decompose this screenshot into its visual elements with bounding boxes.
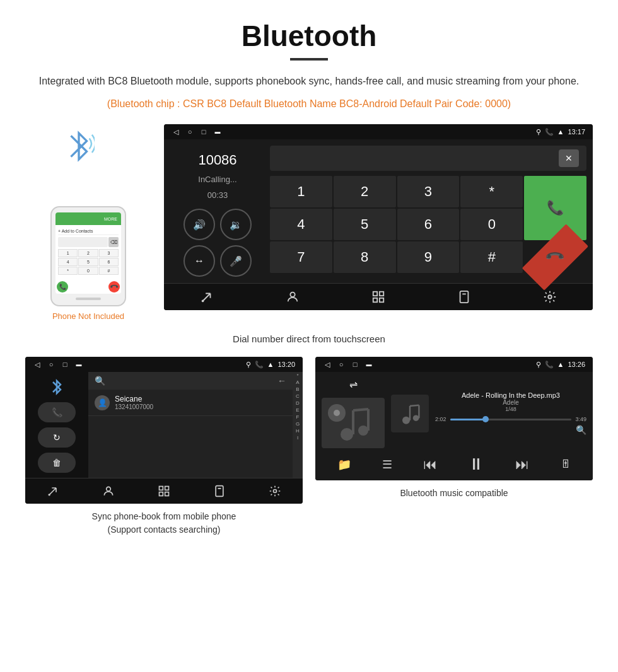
pb-recent-icon[interactable]: □ [61,360,69,369]
key-9[interactable]: 9 [397,241,460,273]
pb-delete-btn[interactable]: 🗑 [38,453,76,473]
key-hash[interactable]: # [460,241,523,273]
phone-key-hash[interactable]: # [99,267,119,275]
svg-rect-4 [373,298,377,302]
music-home-icon[interactable]: ○ [337,360,346,369]
music-phone-icon: 📞 [545,361,554,369]
back-nav-icon[interactable]: ◁ [172,127,180,136]
svg-rect-3 [380,292,383,296]
home-nav-icon[interactable]: ○ [185,127,194,136]
disc-center [334,410,340,416]
contact-list: 🔍 ← 👤 Seicane 13241007000 [88,372,293,478]
pb-nav-phone-out[interactable] [213,485,226,497]
nav-contacts[interactable] [286,290,300,304]
folder-btn[interactable]: 📁 [337,458,351,472]
phone-key-6[interactable]: 6 [99,258,119,266]
nav-phone-out[interactable] [457,290,471,304]
bottom-nav-dial [164,283,593,310]
pb-phone-btn[interactable]: 📞 [38,402,76,422]
key-5[interactable]: 5 [334,209,396,240]
phone-screen-body: + Add to Contacts ⌫ 1 2 3 4 5 6 * [55,225,121,277]
volume-down-btn[interactable]: 🔉 [220,209,252,240]
alpha-i[interactable]: I [293,434,303,441]
alpha-b[interactable]: B [293,386,303,393]
transfer-btn[interactable]: ↔ [184,245,215,277]
alpha-e[interactable]: E [293,407,303,414]
music-artwork-small [391,395,429,432]
svg-line-23 [353,409,368,410]
key-4[interactable]: 4 [270,209,332,240]
song-title: Adele - Rolling In the Deep.mp3 [435,391,586,399]
alpha-c[interactable]: C [293,393,303,400]
call-btn-row-2: ↔ 🎤 [184,245,252,277]
pb-nav-contacts[interactable] [102,485,115,497]
alpha-a[interactable]: A [293,379,303,386]
svg-rect-13 [165,487,169,490]
nav-call-transfer[interactable] [200,290,214,304]
music-search-btn[interactable]: 🔍 [435,425,586,435]
pb-nav-grid[interactable] [158,485,170,497]
recent-nav-icon[interactable]: □ [199,127,208,136]
music-location-icon: ⚲ [536,361,541,369]
search-back-arrow[interactable]: ← [277,376,286,386]
pb-nav-settings[interactable] [269,485,281,497]
dial-caption: Dial number direct from touchscreen [25,333,593,344]
alpha-star[interactable]: * [293,372,303,379]
mute-btn[interactable]: 🎤 [220,245,252,277]
progress-bar[interactable] [450,419,572,420]
orange-info: (Bluetooth chip : CSR BC8 Default Blueto… [25,96,593,112]
alpha-f[interactable]: F [293,414,303,420]
phone-header-text: MORE [104,217,117,221]
alpha-h[interactable]: H [293,427,303,434]
pb-nav-call[interactable] [47,485,59,497]
keypad-delete-btn[interactable]: ✕ [559,149,579,167]
play-pause-btn[interactable]: ⏸ [468,455,484,474]
phone-key-4[interactable]: 4 [58,258,78,266]
list-btn[interactable]: ☰ [382,458,392,472]
volume-up-btn[interactable]: 🔊 [184,209,215,240]
bluetooth-icon [63,124,95,168]
shuffle-icon[interactable]: ⇌ [349,378,358,390]
key-0[interactable]: 0 [460,209,523,240]
prev-btn[interactable]: ⏮ [423,456,437,473]
music-wifi-icon: ▲ [557,361,564,368]
phonebook-sidebar: 📞 ↻ 🗑 [25,372,88,478]
alpha-g[interactable]: G [293,420,303,427]
music-back-icon[interactable]: ◁ [323,360,332,369]
eq-btn[interactable]: 🎚 [560,458,571,471]
phone-key-2[interactable]: 2 [78,249,98,257]
pb-refresh-btn[interactable]: ↻ [38,427,76,448]
phone-key-1[interactable]: 1 [58,249,78,257]
call-info: 10086 InCalling... 00:33 🔊 🔉 ↔ 🎤 [170,146,265,277]
phone-call-btn[interactable]: 📞 [57,281,68,293]
pb-bluetooth-btn[interactable] [49,377,64,397]
phone-key-7[interactable]: * [58,267,78,275]
phone-key-3[interactable]: 3 [99,249,119,257]
alpha-d[interactable]: D [293,400,303,407]
key-3[interactable]: 3 [397,176,460,207]
contact-item[interactable]: 👤 Seicane 13241007000 [88,390,293,416]
next-btn[interactable]: ⏭ [515,456,529,473]
bottom-nav-phonebook [25,478,303,504]
nav-settings[interactable] [543,290,557,304]
phone-screen-header: MORE [55,212,121,225]
key-7[interactable]: 7 [270,241,332,273]
phone-key-5[interactable]: 5 [78,258,98,266]
contact-search-bar[interactable]: 🔍 ← [88,372,293,390]
key-8[interactable]: 8 [334,241,396,273]
phone-end-btn[interactable]: 📞 [106,279,121,294]
phone-key-0[interactable]: 0 [78,267,98,275]
contact-avatar: 👤 [95,395,110,410]
key-call-green[interactable]: 📞 [524,176,586,240]
key-2[interactable]: 2 [334,176,396,207]
pb-home-icon[interactable]: ○ [47,360,55,369]
pb-back-icon[interactable]: ◁ [33,360,42,369]
music-recent-icon[interactable]: □ [351,360,359,369]
phone-signal-icon: 📞 [545,128,554,136]
key-star[interactable]: * [460,176,523,207]
key-6[interactable]: 6 [397,209,460,240]
nav-grid[interactable] [371,290,385,304]
key-1[interactable]: 1 [270,176,332,207]
call-timer: 00:33 [207,190,228,200]
phone-bottom: 📞 📞 [55,280,121,294]
